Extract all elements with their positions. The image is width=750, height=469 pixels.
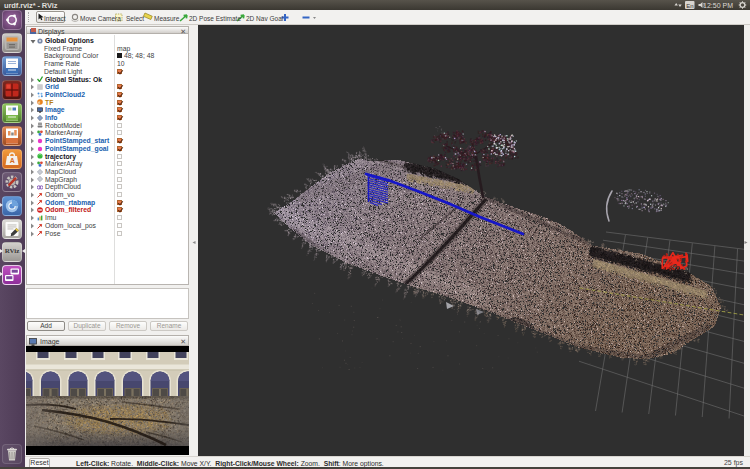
svg-text:A: A <box>10 157 15 164</box>
svg-text:En: En <box>686 3 693 9</box>
